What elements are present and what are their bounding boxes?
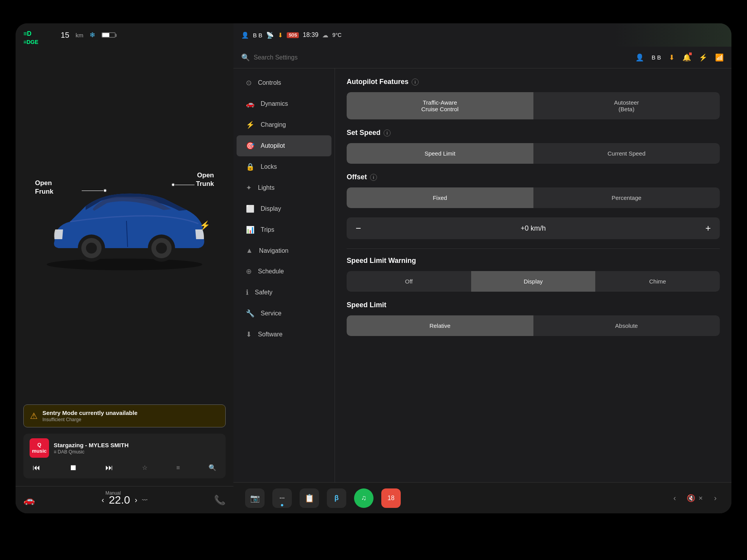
service-icon: 🔧: [246, 309, 254, 318]
right-panel: 👤 B B 📡 ⬇ SOS 18:39 ☁ 9°C 🔍 👤 B B ⬇ 🔔: [233, 23, 731, 513]
mute-icon[interactable]: 🔇: [687, 494, 695, 502]
music-controls: ⏮ ⏹ ⏭ ☆ ≡ 🔍: [30, 462, 219, 474]
search-input[interactable]: [254, 54, 635, 61]
music-info: Stargazing - MYLES SMITH DAB Qmusic: [54, 442, 219, 455]
display-icon: ⬜: [246, 205, 254, 213]
nav-prev-button[interactable]: ‹: [670, 490, 679, 506]
charge-indicator: ⚡: [200, 220, 210, 231]
profile-icon-top[interactable]: 👤: [635, 53, 644, 62]
temp-increase-button[interactable]: ›: [135, 495, 137, 504]
sidebar-item-lights[interactable]: ✦ Lights: [237, 177, 331, 198]
phone-button[interactable]: 📞: [214, 495, 226, 506]
software-label: Software: [258, 331, 282, 338]
profile-icon: 👤: [241, 32, 249, 39]
speed-limit-warning-header: Speed Limit Warning: [347, 257, 720, 265]
sidebar-item-charging[interactable]: ⚡ Charging: [237, 114, 331, 135]
lights-icon: ✦: [246, 184, 252, 192]
music-player: Qmusic Stargazing - MYLES SMITH DAB Qmus…: [23, 434, 226, 478]
svg-point-3: [86, 243, 97, 254]
offset-decrease-button[interactable]: −: [347, 217, 370, 239]
car-svg-container: Open Frunk Open Trunk ⚡: [31, 167, 218, 284]
search-music-button[interactable]: 🔍: [205, 462, 219, 473]
temp-decrease-button[interactable]: ‹: [102, 495, 104, 504]
equalizer-button[interactable]: ≡: [173, 463, 183, 473]
speed-limit-header: Speed Limit: [347, 301, 720, 309]
taskbar-bluetooth[interactable]: β: [327, 488, 346, 508]
relative-button[interactable]: Relative: [347, 315, 533, 336]
current-speed-button[interactable]: Current Speed: [533, 143, 720, 164]
absolute-button[interactable]: Absolute: [533, 315, 720, 336]
signal-icon[interactable]: 📶: [715, 53, 724, 62]
sidebar-item-schedule[interactable]: ⊕ Schedule: [237, 261, 331, 282]
set-speed-title: Set Speed: [347, 129, 381, 137]
percentage-button[interactable]: Percentage: [533, 187, 720, 208]
set-speed-info-icon[interactable]: i: [384, 130, 391, 136]
bluetooth-icon: β: [335, 494, 339, 502]
bell-icon[interactable]: 🔔: [682, 53, 691, 62]
warning-chime-button[interactable]: Chime: [595, 271, 720, 292]
taskbar-notes[interactable]: 📋: [300, 488, 319, 508]
warning-display-button[interactable]: Display: [471, 271, 596, 292]
autopilot-icon: 🎯: [246, 142, 254, 150]
next-track-button[interactable]: ⏭: [102, 462, 116, 474]
charging-icon: ⚡: [246, 121, 254, 129]
taskbar-spotify[interactable]: ♫: [354, 488, 374, 508]
offset-info-icon[interactable]: i: [370, 174, 377, 181]
right-status-bar: 👤 B B 📡 ⬇ SOS 18:39 ☁ 9°C: [233, 23, 731, 47]
warning-off-button[interactable]: Off: [347, 271, 471, 292]
main-content: ⊙ Controls 🚗 Dynamics ⚡ Charging 🎯 Autop…: [233, 68, 731, 482]
sidebar-item-navigation[interactable]: ▲ Navigation: [237, 240, 331, 261]
status-bar-content: 👤 B B 📡 ⬇ SOS 18:39 ☁ 9°C: [241, 32, 724, 39]
taskbar-dots[interactable]: ···: [272, 488, 292, 508]
music-title: Stargazing - MYLES SMITH: [54, 442, 219, 448]
autosteer-button[interactable]: Autosteer (Beta): [533, 92, 720, 119]
bottom-bar: 🚗 Manual ‹ 22.0 › 〰 📞: [16, 486, 233, 513]
battery-outline: [102, 32, 116, 38]
speed-limit-button[interactable]: Speed Limit: [347, 143, 533, 164]
sidebar-item-autopilot[interactable]: 🎯 Autopilot: [237, 135, 331, 156]
sidebar-item-dynamics[interactable]: 🚗 Dynamics: [237, 93, 331, 114]
sidebar-item-locks[interactable]: 🔒 Locks: [237, 156, 331, 177]
download-icon-top[interactable]: ⬇: [669, 53, 675, 62]
traffic-cruise-button[interactable]: Traffic-Aware Cruise Control: [347, 92, 533, 119]
frunk-pin-dot: [103, 189, 107, 192]
fixed-button[interactable]: Fixed: [347, 187, 533, 208]
bluetooth-icon-top[interactable]: ⚡: [699, 53, 707, 62]
schedule-label: Schedule: [258, 268, 284, 275]
autopilot-info-icon[interactable]: i: [412, 79, 419, 86]
sentry-text: Sentry Mode currently unavailable Insuff…: [42, 410, 137, 422]
dots-icon: ···: [279, 495, 284, 502]
svg-point-0: [47, 259, 202, 270]
taskbar-camera[interactable]: 📷: [245, 488, 265, 508]
favorite-button[interactable]: ☆: [139, 462, 151, 473]
car-mode-button[interactable]: 🚗: [23, 495, 35, 506]
nav-next-button[interactable]: ›: [711, 490, 720, 506]
prev-track-button[interactable]: ⏮: [30, 462, 44, 474]
taskbar-calendar[interactable]: 18: [381, 488, 401, 508]
trunk-label[interactable]: Open Trunk: [196, 171, 214, 188]
sidebar-item-display[interactable]: ⬜ Display: [237, 198, 331, 219]
stop-button[interactable]: ⏹: [66, 462, 80, 474]
sidebar-item-safety[interactable]: ℹ Safety: [237, 282, 331, 303]
controls-icon: ⊙: [246, 79, 252, 87]
temp-display: 9°C: [332, 32, 342, 38]
sidebar-item-trips[interactable]: 📊 Trips: [237, 219, 331, 240]
sidebar-item-software[interactable]: ⬇ Software: [237, 324, 331, 345]
edge-label: ≡DGE: [23, 39, 39, 45]
speed-limit-type-group: Relative Absolute: [347, 315, 720, 336]
autopilot-features-title: Autopilot Features: [347, 78, 409, 86]
display-label: Display: [261, 205, 281, 212]
notification-dot: [689, 52, 692, 55]
trunk-pin-line: [175, 185, 195, 185]
offset-increase-button[interactable]: +: [696, 217, 720, 239]
battery-tip: [116, 34, 117, 37]
sidebar-item-controls[interactable]: ⊙ Controls: [237, 72, 331, 93]
screen-bezel: ≡D ≡DGE 15 km ❄ Open Frunk: [16, 23, 731, 513]
sidebar-item-service[interactable]: 🔧 Service: [237, 303, 331, 324]
frunk-pin-line: [82, 191, 105, 191]
autopilot-features-group: Traffic-Aware Cruise Control Autosteer (…: [347, 92, 720, 119]
spotify-icon: ♫: [361, 494, 366, 502]
trunk-pin-dot: [171, 183, 175, 187]
speed-limit-warning-title: Speed Limit Warning: [347, 257, 416, 265]
frunk-label[interactable]: Open Frunk: [35, 179, 53, 196]
